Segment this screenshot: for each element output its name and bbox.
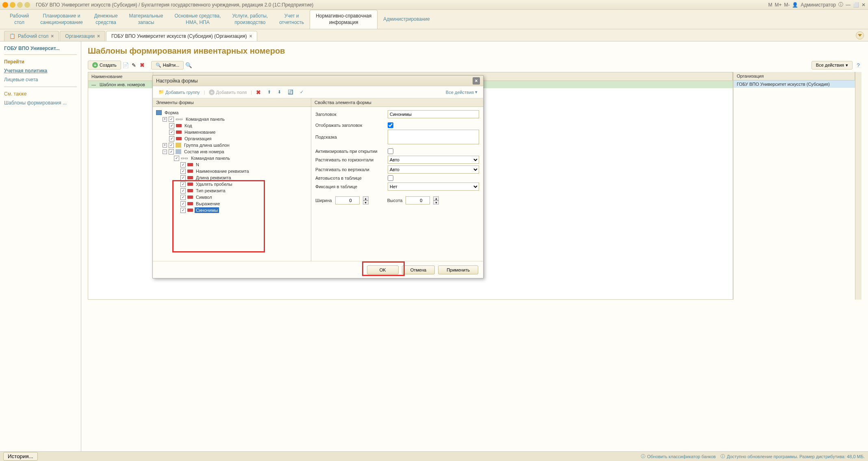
tree-dlina-rek[interactable]: Длина реквизита	[195, 175, 232, 180]
prop-title-input[interactable]	[388, 110, 479, 118]
menu-assets[interactable]: Основные средства, НМА, НПА	[169, 10, 226, 29]
copy-button[interactable]: 📄	[123, 62, 129, 68]
tree-kod[interactable]: Код	[183, 123, 193, 128]
tab-organizations[interactable]: Организации ×	[60, 31, 105, 41]
tree-form[interactable]: Форма	[163, 110, 180, 115]
col-org[interactable]: Организация	[733, 72, 855, 80]
tree-expand[interactable]: +	[163, 143, 167, 148]
prop-autoheight-checkbox[interactable]	[388, 175, 393, 181]
spin-down[interactable]: ▼	[363, 200, 369, 204]
prop-showtitle-checkbox[interactable]	[388, 122, 393, 128]
table-row[interactable]: ГОБУ ВПО Университет искусств (Субсидия)	[733, 80, 855, 88]
home-icon[interactable]	[10, 2, 15, 8]
dialog-all-actions-button[interactable]: Все действия ▾	[443, 89, 480, 96]
sidebar-goto[interactable]: Перейти	[4, 57, 77, 66]
edit-button[interactable]: ✎	[131, 62, 137, 68]
tree-checkbox[interactable]	[180, 182, 186, 187]
tree-tip-rek[interactable]: Тип реквизита	[195, 188, 227, 194]
menu-cash[interactable]: Денежные средства	[89, 10, 124, 29]
menu-accounting[interactable]: Учет и отчетность	[273, 10, 310, 29]
tree-checkbox[interactable]	[180, 208, 186, 213]
star-icon[interactable]	[24, 2, 30, 8]
tab-close-icon[interactable]: ×	[97, 33, 100, 39]
sidebar-accounting-policy[interactable]: Учетная политика	[4, 66, 77, 75]
update-available-link[interactable]: ⓘДоступно обновление программы. Размер д…	[720, 453, 865, 459]
scrollbar-v[interactable]	[855, 72, 861, 300]
create-button[interactable]: +Создать	[88, 61, 121, 70]
delete-item-button[interactable]: ✖	[254, 88, 263, 96]
user-label[interactable]: Администратор	[801, 2, 836, 8]
find-button[interactable]: 🔍 Найти...	[151, 61, 184, 70]
update-banks-link[interactable]: ⓘОбновить классификатор банков	[641, 453, 716, 459]
tree-checkbox[interactable]	[180, 175, 186, 180]
tree-simvol[interactable]: Символ	[195, 194, 213, 200]
tree-checkbox[interactable]	[169, 136, 174, 141]
prop-stretch-v-select[interactable]: Авто	[388, 165, 479, 174]
spin-down[interactable]: ▼	[433, 200, 439, 204]
history-button[interactable]: История...	[3, 452, 38, 461]
favorite-icon[interactable]	[17, 2, 23, 8]
dialog-close-button[interactable]: ×	[473, 77, 480, 85]
tab-organization-detail[interactable]: ГОБУ ВПО Университет искусств (Субсидия)…	[106, 31, 258, 41]
apply-button[interactable]: Применить	[438, 265, 478, 274]
tab-close-icon[interactable]: ×	[51, 33, 54, 39]
tree-sostav[interactable]: Состав инв номера	[183, 149, 226, 154]
tree-org[interactable]: Организация	[183, 136, 213, 141]
tree-checkbox[interactable]	[180, 195, 186, 200]
sidebar-accounts[interactable]: Лицевые счета	[4, 75, 77, 84]
move-up-button[interactable]: ⬆	[265, 89, 273, 96]
sidebar-templates[interactable]: Шаблоны формирования ...	[4, 98, 77, 107]
tree-cmdpanel2[interactable]: Командная панель	[190, 155, 231, 161]
clear-search-button[interactable]: 🔍	[185, 62, 192, 68]
prop-hint-input[interactable]	[388, 130, 479, 144]
prop-width-input[interactable]	[335, 196, 360, 204]
menu-services[interactable]: Услуги, работы, производство	[226, 10, 273, 29]
refresh-button[interactable]: 🔄	[285, 89, 296, 96]
tree-naim[interactable]: Наименование	[183, 129, 217, 135]
menu-desktop[interactable]: Рабочий стол	[4, 10, 35, 29]
tree-checkbox[interactable]	[169, 143, 174, 148]
tab-desktop[interactable]: 📋 Рабочий стол ×	[4, 31, 59, 41]
menu-materials[interactable]: Материальные запасы	[124, 10, 169, 29]
menu-admin[interactable]: Администрирование	[378, 10, 435, 29]
mminus-indicator[interactable]: M-	[784, 2, 790, 8]
info-icon[interactable]: ⓘ	[838, 1, 843, 8]
tree-checkbox[interactable]	[180, 188, 186, 194]
tree-cmdpanel[interactable]: Командная панель	[184, 116, 226, 122]
tree-checkbox[interactable]	[174, 156, 179, 161]
tree-sinonimy[interactable]: Синонимы	[195, 207, 219, 213]
tree-vyraz[interactable]: Выражение	[195, 201, 221, 207]
tree-checkbox[interactable]	[180, 169, 186, 174]
prop-height-input[interactable]	[406, 196, 430, 204]
all-actions-button[interactable]: Все действия ▾	[812, 61, 853, 70]
move-down-button[interactable]: ⬇	[275, 89, 284, 96]
tree-checkbox[interactable]	[180, 201, 186, 207]
maximize-icon[interactable]: ⬜	[853, 2, 859, 8]
tree-checkbox[interactable]	[169, 117, 174, 122]
tree-grp-dlina[interactable]: Группа длина шаблон	[183, 142, 231, 148]
col-name[interactable]: Наименование	[88, 72, 153, 80]
help-button[interactable]: ?	[855, 62, 861, 68]
sidebar-title[interactable]: ГОБУ ВПО Университ...	[4, 46, 77, 51]
tree-expand[interactable]: +	[163, 117, 167, 122]
spin-up[interactable]: ▲	[363, 196, 369, 200]
tree-checkbox[interactable]	[169, 149, 174, 154]
delete-button[interactable]: ✖	[139, 62, 145, 68]
spin-up[interactable]: ▲	[433, 196, 439, 200]
prop-fix-select[interactable]: Нет	[388, 183, 479, 191]
mplus-indicator[interactable]: M+	[775, 2, 781, 8]
m-indicator[interactable]: M	[768, 2, 772, 8]
tree-checkbox[interactable]	[169, 130, 174, 135]
tab-expand-button[interactable]	[856, 31, 864, 39]
menu-reference[interactable]: Нормативно-справочная информация	[310, 10, 378, 29]
prop-stretch-h-select[interactable]: Авто	[388, 156, 479, 164]
tree-naim-rek[interactable]: Наименование реквизита	[195, 168, 250, 174]
minimize-icon[interactable]: —	[846, 2, 851, 8]
menu-planning[interactable]: Планирование и санкционирование	[35, 10, 88, 29]
tree-collapse[interactable]: −	[163, 150, 167, 154]
tree-checkbox[interactable]	[169, 123, 174, 128]
tree-n[interactable]: N	[195, 162, 200, 167]
tree-udal[interactable]: Удалять пробелы	[195, 181, 233, 187]
check-button[interactable]: ✓	[297, 89, 306, 96]
close-icon[interactable]: ✕	[861, 2, 866, 8]
